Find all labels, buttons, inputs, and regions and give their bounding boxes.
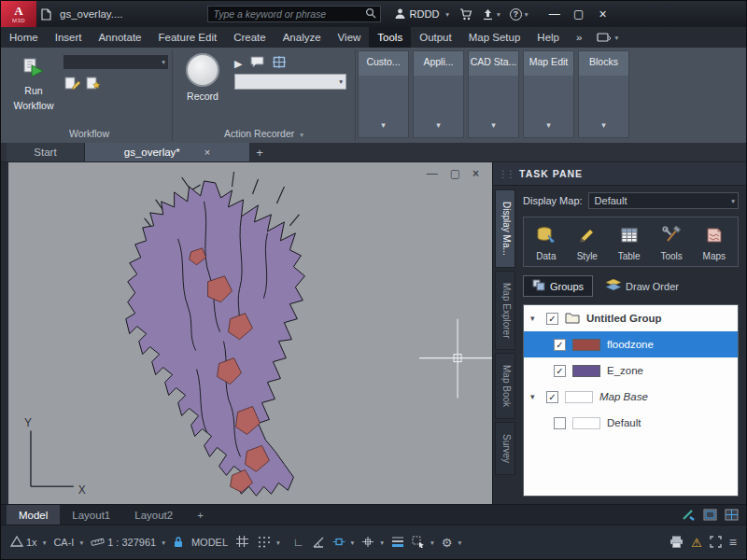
grid-toggle-button[interactable] (232, 532, 253, 553)
action-recorder-panel-label[interactable]: Action Recorder ▾ (173, 128, 355, 139)
panel-cad-standards[interactable]: CAD Sta... ▾ (468, 50, 519, 138)
tab-map-book[interactable]: Map Book (495, 353, 515, 419)
share-icon[interactable]: ▾ (477, 8, 505, 21)
new-tab-button[interactable]: + (249, 143, 270, 161)
tab-model[interactable]: Model (7, 505, 60, 525)
tab-start[interactable]: Start (7, 143, 85, 161)
panel-customization[interactable]: Custo... ▾ (358, 50, 409, 138)
collapse-icon[interactable]: ▾ (530, 392, 540, 401)
checkbox[interactable]: ✓ (546, 313, 558, 325)
snap-toggle-button[interactable]: ▾ (253, 532, 284, 553)
close-tab-icon[interactable]: × (204, 147, 210, 158)
maps-button[interactable]: Maps (700, 225, 728, 262)
search-input[interactable]: Type a keyword or phrase (207, 6, 381, 22)
app-logo[interactable]: A M3D (1, 1, 36, 27)
tab-layout2[interactable]: Layout2 (122, 505, 185, 525)
tab-tools[interactable]: Tools (369, 27, 411, 48)
table-button[interactable]: Table (615, 225, 643, 262)
ortho-toggle-button[interactable]: ∟ (289, 534, 308, 551)
tab-feature-edit[interactable]: Feature Edit (150, 27, 226, 48)
play-macro-icon[interactable]: ▶ (234, 59, 242, 69)
ucs-icon[interactable]: Y X (24, 416, 86, 497)
tab-map-explorer[interactable]: Map Explorer (495, 271, 515, 350)
tab-display-manager[interactable]: Display Ma... (495, 189, 515, 268)
display-map-select[interactable]: Default ▾ (588, 192, 739, 209)
customization-menu-button[interactable]: ≡ (726, 533, 740, 552)
tab-analyze[interactable]: Analyze (275, 27, 330, 48)
checkbox[interactable]: ✓ (554, 365, 566, 377)
tree-row-ezone[interactable]: ✓ E_zone (524, 357, 738, 384)
tab-help[interactable]: Help (529, 27, 568, 48)
plot-button[interactable] (666, 533, 687, 553)
tab-create[interactable]: Create (225, 27, 275, 48)
scale-lock-button[interactable] (169, 533, 188, 553)
tab-view[interactable]: View (330, 27, 370, 48)
panel-applications[interactable]: Appli... ▾ (413, 50, 464, 138)
tree-row-map-base[interactable]: ▾ ✓ Map Base (524, 384, 738, 410)
collapse-icon[interactable]: ▾ (530, 314, 540, 323)
insert-message-icon[interactable] (250, 55, 264, 72)
viewport-control-icon[interactable] (725, 509, 739, 521)
style-button[interactable]: Style (574, 225, 600, 262)
drawing-canvas[interactable]: Y X — ▢ × (8, 162, 492, 504)
tools-button[interactable]: Tools (657, 225, 684, 262)
drag-handle-icon[interactable]: ⋮⋮ (499, 169, 514, 179)
tab-layout1[interactable]: Layout1 (60, 505, 122, 525)
minimize-button[interactable]: — (543, 1, 567, 27)
viewport-close-button[interactable]: × (472, 168, 479, 179)
groups-button[interactable]: Groups (523, 275, 593, 297)
close-button[interactable]: × (591, 1, 615, 27)
tab-gs-overlay[interactable]: gs_overlay* × (85, 143, 249, 161)
tab-map-setup[interactable]: Map Setup (460, 27, 529, 48)
new-workflow-icon[interactable] (86, 76, 102, 94)
clean-screen-button[interactable] (706, 533, 726, 553)
workflow-select[interactable]: ▾ (63, 54, 169, 70)
new-drawing-icon[interactable] (36, 1, 56, 27)
object-snap-button[interactable]: ▾ (329, 533, 359, 553)
panel-blocks[interactable]: Blocks ▾ (578, 50, 629, 138)
annotation-scale-button[interactable]: 1x ▾ (7, 533, 49, 552)
lineweight-button[interactable] (388, 533, 408, 552)
tab-insert[interactable]: Insert (47, 27, 91, 48)
workspace-settings-button[interactable]: ⚙ ▾ (438, 534, 465, 552)
tree-row-default[interactable]: Default (524, 410, 738, 436)
ribbon-display-icon[interactable]: ▾ (590, 27, 625, 48)
tab-survey[interactable]: Survey (495, 422, 515, 475)
tab-overflow-icon[interactable]: » (568, 27, 590, 48)
checkbox[interactable]: ✓ (554, 339, 566, 351)
search-icon[interactable] (365, 6, 376, 22)
record-button[interactable]: Record (178, 53, 227, 102)
task-pane-header[interactable]: ⋮⋮ TASK PANE (493, 162, 746, 186)
tab-home[interactable]: Home (1, 27, 47, 48)
snap-tracking-button[interactable]: ▾ (358, 533, 388, 553)
tab-output[interactable]: Output (411, 27, 460, 48)
maximize-button[interactable]: ▢ (567, 1, 591, 27)
coordinate-system-button[interactable]: CA-I ▾ (49, 534, 87, 551)
annotation-monitor-button[interactable]: ⚠ (687, 533, 706, 553)
help-button[interactable]: ? ▾ (505, 8, 533, 21)
app-store-cart-icon[interactable] (455, 8, 477, 21)
tree-row-floodzone[interactable]: ✓ floodzone (524, 331, 738, 357)
panel-map-edit[interactable]: Map Edit ▾ (523, 50, 574, 138)
insert-base-point-icon[interactable] (273, 55, 287, 72)
tree-row-untitled-group[interactable]: ▾ ✓ Untitled Group (524, 305, 738, 331)
draw-order-button[interactable]: Draw Order (602, 276, 683, 296)
workflow-panel-label[interactable]: Workflow (7, 128, 172, 139)
checkbox[interactable]: ✓ (546, 391, 558, 403)
data-button[interactable]: Data (533, 225, 559, 262)
polar-tracking-button[interactable] (308, 533, 329, 553)
checkbox[interactable] (554, 417, 566, 429)
viewport-minimize-button[interactable]: — (427, 168, 438, 179)
viewport-restore-button[interactable]: ▢ (450, 168, 460, 179)
quick-tools-icon[interactable] (682, 509, 696, 521)
macro-select[interactable]: ▾ (234, 74, 346, 90)
sign-in-button[interactable]: RDDD ▾ (388, 7, 456, 21)
tab-annotate[interactable]: Annotate (90, 27, 149, 48)
space-toggle-button[interactable]: MODEL (188, 534, 232, 551)
ezone-polygon[interactable] (126, 181, 305, 496)
paper-layout-icon[interactable] (703, 509, 717, 521)
map-scale-button[interactable]: 1 : 327961 ▾ (87, 533, 169, 552)
run-workflow-button[interactable]: Run Workflow (8, 51, 59, 122)
edit-workflow-icon[interactable] (64, 76, 80, 94)
new-layout-button[interactable]: + (185, 505, 216, 525)
